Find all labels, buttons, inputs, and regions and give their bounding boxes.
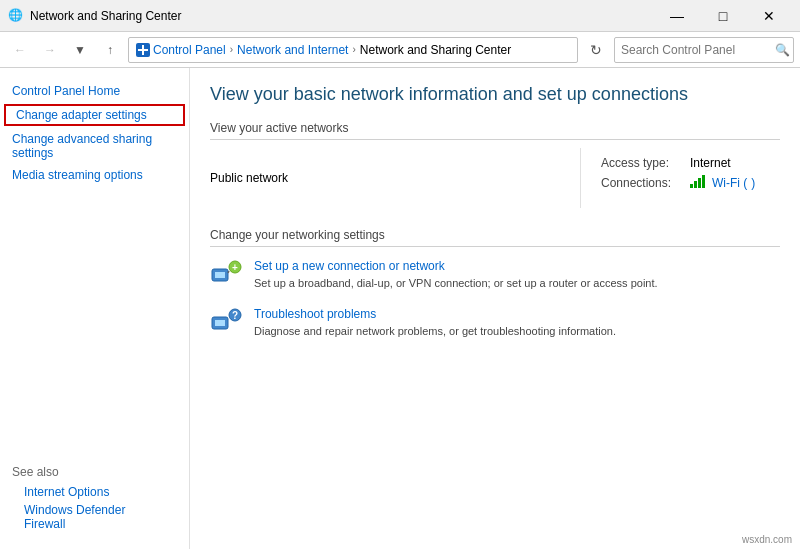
connections-label: Connections: — [601, 176, 686, 190]
access-type-row: Access type: Internet — [601, 156, 780, 170]
svg-rect-6 — [702, 175, 705, 188]
title-bar: 🌐 Network and Sharing Center — □ ✕ — [0, 0, 800, 32]
sidebar-top: Control Panel Home Change adapter settin… — [0, 80, 189, 186]
sidebar: Control Panel Home Change adapter settin… — [0, 68, 190, 549]
sidebar-windows-firewall[interactable]: Windows Defender Firewall — [12, 501, 177, 533]
main-layout: Control Panel Home Change adapter settin… — [0, 68, 800, 549]
search-input[interactable] — [614, 37, 794, 63]
sidebar-change-adapter[interactable]: Change adapter settings — [4, 104, 185, 126]
setup-connection-item: + Set up a new connection or network Set… — [210, 259, 780, 291]
close-button[interactable]: ✕ — [746, 0, 792, 32]
breadcrumb-icon — [135, 42, 151, 58]
window-controls: — □ ✕ — [654, 0, 792, 32]
access-type-value: Internet — [690, 156, 731, 170]
sidebar-see-also: See also Internet Options Windows Defend… — [0, 453, 189, 537]
sidebar-media-streaming[interactable]: Media streaming options — [0, 164, 189, 186]
troubleshoot-desc: Diagnose and repair network problems, or… — [254, 325, 616, 337]
network-info-col: Access type: Internet Connections: Wi-Fi… — [580, 148, 780, 208]
search-button[interactable]: 🔍 — [775, 43, 790, 57]
svg-rect-13 — [215, 320, 225, 326]
see-also-label: See also — [12, 465, 177, 479]
svg-rect-4 — [694, 181, 697, 188]
svg-rect-2 — [142, 45, 144, 55]
breadcrumb-network-internet[interactable]: Network and Internet — [237, 43, 348, 57]
troubleshoot-link[interactable]: Troubleshoot problems — [254, 307, 780, 321]
maximize-button[interactable]: □ — [700, 0, 746, 32]
active-networks-label: View your active networks — [210, 121, 780, 140]
access-type-label: Access type: — [601, 156, 686, 170]
breadcrumb-bar: Control Panel › Network and Internet › N… — [128, 37, 578, 63]
title-bar-left: 🌐 Network and Sharing Center — [8, 8, 181, 24]
up-button[interactable]: ↑ — [96, 36, 124, 64]
setup-connection-link[interactable]: Set up a new connection or network — [254, 259, 780, 273]
troubleshoot-text: Troubleshoot problems Diagnose and repai… — [254, 307, 780, 338]
svg-rect-3 — [690, 184, 693, 188]
network-name-col: Public network — [210, 148, 580, 208]
svg-rect-8 — [215, 272, 225, 278]
search-container: 🔍 — [614, 37, 794, 63]
setup-connection-icon: + — [210, 259, 242, 291]
sidebar-internet-options[interactable]: Internet Options — [12, 483, 177, 501]
svg-rect-5 — [698, 178, 701, 188]
watermark: wsxdn.com — [742, 534, 792, 545]
sidebar-control-panel-home[interactable]: Control Panel Home — [0, 80, 189, 102]
sidebar-change-advanced[interactable]: Change advanced sharing settings — [0, 128, 189, 164]
connections-row: Connections: Wi-Fi ( ) — [601, 174, 780, 191]
window-title: Network and Sharing Center — [30, 9, 181, 23]
troubleshoot-item: ? Troubleshoot problems Diagnose and rep… — [210, 307, 780, 339]
troubleshoot-icon: ? — [210, 307, 242, 339]
network-name: Public network — [210, 171, 288, 185]
breadcrumb-sep-1: › — [230, 44, 233, 55]
address-bar: ← → ▼ ↑ Control Panel › Network and Inte… — [0, 32, 800, 68]
wifi-link[interactable]: Wi-Fi ( — [712, 176, 747, 190]
setup-connection-desc: Set up a broadband, dial-up, or VPN conn… — [254, 277, 658, 289]
content-area: View your basic network information and … — [190, 68, 800, 549]
breadcrumb-sep-2: › — [352, 44, 355, 55]
breadcrumb-current: Network and Sharing Center — [360, 43, 511, 57]
dropdown-button[interactable]: ▼ — [66, 36, 94, 64]
refresh-button[interactable]: ↻ — [582, 36, 610, 64]
wifi-suffix[interactable]: ) — [751, 176, 755, 190]
change-settings-section: Change your networking settings + Set up… — [210, 228, 780, 339]
svg-text:?: ? — [232, 310, 238, 321]
app-icon: 🌐 — [8, 8, 24, 24]
setup-connection-text: Set up a new connection or network Set u… — [254, 259, 780, 290]
wifi-icon — [690, 174, 708, 191]
nav-buttons: ← → ▼ ↑ — [6, 36, 124, 64]
page-title: View your basic network information and … — [210, 84, 780, 105]
minimize-button[interactable]: — — [654, 0, 700, 32]
svg-text:+: + — [232, 262, 238, 273]
breadcrumb-control-panel[interactable]: Control Panel — [153, 43, 226, 57]
back-button[interactable]: ← — [6, 36, 34, 64]
svg-line-11 — [228, 271, 229, 273]
active-networks: Public network Access type: Internet Con… — [210, 148, 780, 208]
change-settings-label: Change your networking settings — [210, 228, 780, 247]
forward-button[interactable]: → — [36, 36, 64, 64]
